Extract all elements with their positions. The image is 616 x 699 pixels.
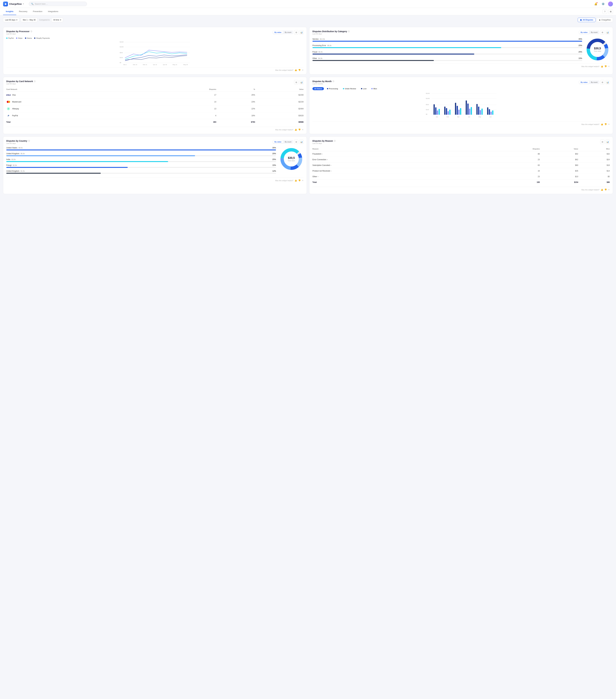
mc-logo [7,101,10,103]
country-thumbs-up[interactable]: 👍 [295,179,297,182]
country-by-count[interactable]: By count [283,140,293,143]
svg-rect-54 [491,111,492,115]
service-name: Service $12,0k [312,38,325,40]
month-by-count[interactable]: By count [589,81,599,84]
help-button[interactable]: ? [603,9,607,14]
month-info-icon[interactable]: ⓘ [333,80,334,82]
dropdown-chevron[interactable]: ▾ [23,3,24,5]
status-under-review[interactable]: Under Review [341,87,358,90]
network-table-icon[interactable]: ⊞ [294,80,298,84]
subscription-chevron[interactable]: ▾ [331,164,331,166]
month-table-icon[interactable]: ⊞ [600,80,604,84]
thumbs-up-icon[interactable]: 👍 [295,69,297,71]
reason-thumbs-down[interactable]: 👎 [604,188,607,191]
tab-integrations[interactable]: Integrations [45,8,61,15]
us-bar-track [6,149,276,150]
donut-label: Total value [594,50,601,52]
status-processing[interactable]: Processing [325,87,340,90]
grid-button[interactable]: ⊞ [608,9,613,14]
month-card-subtitle: Last 6 months [312,83,334,85]
thumbs-down-icon[interactable]: 👎 [298,69,301,71]
distribution-chart-icon[interactable]: 📊 [605,30,610,35]
network-chart-icon[interactable]: 📊 [299,80,304,84]
other-chevron[interactable]: ▾ [318,176,318,177]
month-by-value[interactable]: By value [579,81,589,84]
svg-rect-41 [457,106,458,115]
reason-total-row: Total 100 $154 $86 [312,180,610,185]
processor-by-count[interactable]: By count [283,31,293,34]
chargeflow-button[interactable]: ◆ Chargeflow [597,18,613,22]
network-close[interactable]: ✕ [302,129,304,131]
distribution-by-count[interactable]: By count [589,31,599,34]
reason-thumbs-up[interactable]: 👍 [601,188,603,191]
processor-by-value[interactable]: By value [273,31,283,34]
tab-prevention[interactable]: Prevention [30,8,45,15]
svg-rect-51 [481,109,483,115]
all-time-filter[interactable]: All time ▾ [51,18,63,22]
paypal-icon: P [6,114,11,117]
table-row: Mastercard 14 23% $2234 [6,98,304,105]
card-header-distribution: Disputes Distribution by Category ⓘ Last… [312,30,610,35]
month-chart-icon[interactable]: 📊 [605,80,610,84]
close-widget-icon[interactable]: ✕ [302,69,304,71]
uk2-bar-track [6,173,276,174]
distribution-donut-section: Service $12,0k 35% Processing Error [312,37,610,62]
country-info-icon[interactable]: ⓘ [28,140,30,142]
navbar: ◆ Chargeflow ▾ 🔍 Search here ... 🔔 ⚙️ [0,0,616,8]
country-thumbs-down[interactable]: 👎 [298,179,301,182]
status-lost[interactable]: Lost [359,87,368,90]
month-thumbs-up[interactable]: 👍 [601,123,603,126]
tab-insights[interactable]: Insights [3,8,16,15]
error-chevron[interactable]: ▾ [327,159,328,160]
reason-info-icon[interactable]: ⓘ [334,140,336,142]
distribution-card-actions: By value By count ⊞ 📊 [579,30,610,35]
processor-chart-icon[interactable]: 📊 [299,30,304,35]
avatar[interactable] [608,1,613,6]
all-disputes-button[interactable]: ▦ All Disputes [578,18,595,22]
svg-text:Apr 15: Apr 15 [153,64,157,65]
status-all[interactable]: All Status [312,87,324,90]
dist-close[interactable]: ✕ [608,65,610,68]
settings-button[interactable]: ⚙️ [601,1,606,6]
reason-chart-icon[interactable]: 📊 [605,140,610,144]
network-info-icon[interactable]: ⓘ [34,80,36,82]
date-range-filter[interactable]: Mar 1 – May 30 [21,18,38,22]
reason-close[interactable]: ✕ [608,188,610,191]
country-chart-icon[interactable]: 📊 [299,140,304,144]
month-close[interactable]: ✕ [608,123,610,126]
network-table-header: Card Network Disputes % Value [6,87,304,92]
network-thumbs-down[interactable]: 👎 [298,129,301,131]
distribution-helpful-text: Was this widget helpful? [581,66,600,67]
search-bar[interactable]: 🔍 Search here ... [29,2,87,6]
country-by-value[interactable]: By value [273,140,283,143]
period-filter[interactable]: Last 90 days ▾ [3,18,19,22]
potugl-pct: 15% [272,164,276,166]
product-chevron[interactable]: ▾ [331,170,332,172]
us-name: United States [6,147,17,149]
distribution-by-value[interactable]: By value [579,31,589,34]
processor-card-subtitle: Last 90 days [6,33,32,35]
dist-thumbs-up[interactable]: 👍 [601,65,603,68]
distribution-info-icon[interactable]: ⓘ [348,30,350,32]
country-close[interactable]: ✕ [302,179,304,182]
app-name: Chargeflow [9,3,22,5]
processor-table-icon[interactable]: ⊞ [294,30,298,35]
afterpay-icon: A [6,107,11,110]
other-reason-disputes: 23 [478,174,540,180]
status-won[interactable]: Won [370,87,379,90]
fraudulent-chevron[interactable]: ▾ [322,153,323,155]
distribution-table-icon[interactable]: ⊞ [600,30,604,35]
reason-table-icon[interactable]: ⊞ [600,140,604,144]
tab-recovery[interactable]: Recovery [16,8,30,15]
dist-thumbs-down[interactable]: 👎 [604,65,607,68]
network-thumbs-up[interactable]: 👍 [295,129,297,131]
legend-klarna: Klarna [25,37,32,39]
country-table-icon[interactable]: ⊞ [294,140,298,144]
month-thumbs-down[interactable]: 👎 [604,123,607,126]
notification-button[interactable]: 🔔 [593,1,598,6]
legend-stripe: Stripe [16,37,23,39]
app-logo[interactable]: ◆ Chargeflow ▾ [3,1,24,6]
disputes-by-reason-card: Disputes by Reason ⓘ Last 30 days ⊞ 📊 Re… [309,136,613,194]
processor-info-icon[interactable]: ⓘ [30,30,32,32]
svg-rect-39 [449,110,451,115]
